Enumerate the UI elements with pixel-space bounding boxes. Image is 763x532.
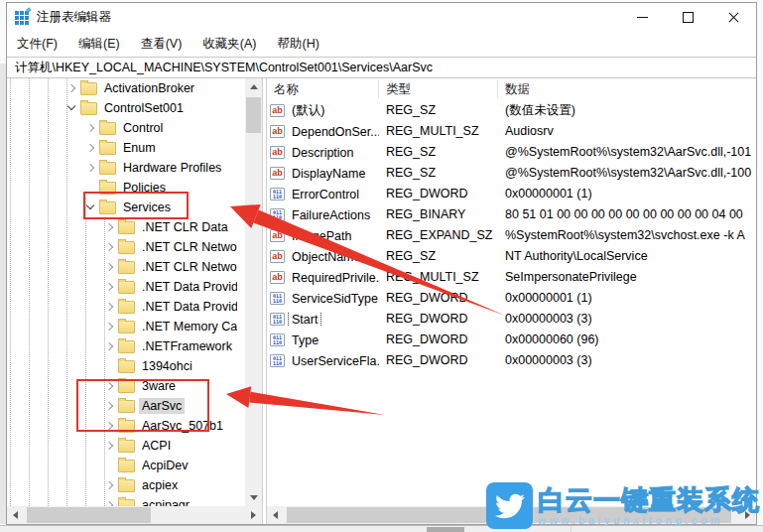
- close-button[interactable]: [710, 3, 756, 31]
- value-name[interactable]: ObjectName: [289, 250, 363, 264]
- tree-item[interactable]: acpiex: [7, 475, 237, 495]
- tree-item-label[interactable]: 3ware: [139, 378, 179, 394]
- value-name[interactable]: Type: [289, 333, 321, 347]
- chevron-right-icon[interactable]: [104, 321, 116, 332]
- tree-item[interactable]: .NET CLR Networki: [7, 237, 237, 257]
- tree-vertical-scrollbar[interactable]: [245, 78, 262, 506]
- value-name[interactable]: RequiredPrivile...: [289, 271, 379, 285]
- chevron-right-icon[interactable]: [104, 380, 116, 392]
- tree-item[interactable]: .NET CLR Networki: [7, 257, 237, 277]
- tree-item-label[interactable]: ACPI: [139, 438, 174, 454]
- scroll-left-icon[interactable]: [267, 506, 284, 523]
- tree-item-label[interactable]: .NET CLR Networki: [139, 239, 237, 255]
- value-row[interactable]: abDependOnSer...REG_MULTI_SZAudiosrv: [267, 121, 756, 142]
- tree-item-label[interactable]: .NET CLR Data: [139, 219, 231, 235]
- tree-item-label[interactable]: acpiex: [139, 477, 181, 493]
- chevron-right-icon[interactable]: [104, 499, 116, 506]
- scroll-up-icon[interactable]: [245, 78, 262, 95]
- value-name[interactable]: (默认): [289, 102, 327, 119]
- column-header-type[interactable]: 类型: [379, 80, 498, 98]
- tree-item-label[interactable]: AarSvc: [139, 398, 185, 414]
- chevron-down-icon[interactable]: [85, 201, 97, 213]
- tree-item-label[interactable]: AarSvc_507b1: [139, 418, 226, 434]
- tree-item[interactable]: ACPI: [7, 436, 237, 456]
- tree-item-label[interactable]: Services: [120, 200, 174, 215]
- value-row[interactable]: 011110StartREG_DWORD0x00000003 (3): [267, 309, 756, 330]
- value-name[interactable]: ImagePath: [289, 229, 354, 243]
- tree-item[interactable]: AarSvc_507b1: [7, 416, 237, 436]
- chevron-down-icon[interactable]: [66, 102, 78, 114]
- column-header-name[interactable]: 名称: [267, 80, 379, 98]
- tree-item[interactable]: .NET Data Provider: [7, 277, 237, 297]
- tree-item-label[interactable]: AcpiDev: [139, 458, 191, 473]
- tree-item[interactable]: ActivationBroker: [7, 78, 237, 98]
- tree-item[interactable]: Hardware Profiles: [7, 158, 237, 178]
- scroll-down-icon[interactable]: [245, 489, 262, 506]
- tree-item-label[interactable]: .NETFramework: [139, 338, 235, 354]
- tree-item-label[interactable]: Enum: [120, 140, 159, 156]
- value-row[interactable]: 011110ErrorControlREG_DWORD0x00000001 (1…: [267, 184, 756, 204]
- tree-item[interactable]: ControlSet001: [7, 98, 237, 118]
- chevron-right-icon[interactable]: [104, 221, 116, 233]
- chevron-right-icon[interactable]: [104, 261, 116, 273]
- menu-edit[interactable]: 编辑(E): [78, 36, 120, 53]
- tree-item-label[interactable]: .NET Data Provider: [139, 279, 237, 295]
- tree-item[interactable]: AcpiDev: [7, 456, 237, 475]
- chevron-right-icon[interactable]: [85, 142, 97, 154]
- chevron-right-icon[interactable]: [104, 281, 116, 293]
- value-row[interactable]: 011110UserServiceFla...REG_DWORD0x000000…: [267, 350, 756, 371]
- scroll-right-icon[interactable]: [245, 506, 262, 523]
- minimize-button[interactable]: [619, 3, 665, 31]
- menu-view[interactable]: 查看(V): [141, 36, 183, 53]
- value-name[interactable]: ErrorControl: [289, 188, 362, 201]
- tree-item-label[interactable]: .NET Data Provider: [139, 299, 237, 315]
- tree-item-label[interactable]: Hardware Profiles: [120, 160, 224, 176]
- value-row[interactable]: abImagePathREG_EXPAND_SZ%SystemRoot%\sys…: [267, 225, 756, 246]
- tree-item-label[interactable]: acpipagr: [139, 497, 192, 506]
- chevron-right-icon[interactable]: [104, 479, 116, 491]
- value-row[interactable]: abRequiredPrivile...REG_MULTI_SZSeImpers…: [267, 267, 756, 288]
- chevron-right-icon[interactable]: [66, 82, 78, 94]
- menu-favorites[interactable]: 收藏夹(A): [202, 36, 256, 53]
- scrollbar-thumb[interactable]: [246, 97, 261, 133]
- tree-item[interactable]: .NET Memory Cach: [7, 317, 237, 336]
- menu-file[interactable]: 文件(F): [17, 36, 58, 53]
- value-name[interactable]: UserServiceFla...: [289, 354, 379, 368]
- tree-horizontal-scrollbar[interactable]: [7, 506, 262, 524]
- value-row[interactable]: abDescriptionREG_SZ@%SystemRoot%\system3…: [267, 142, 756, 163]
- tree-item-label[interactable]: ActivationBroker: [101, 80, 197, 96]
- tree-item-label[interactable]: Policies: [120, 180, 169, 196]
- chevron-right-icon[interactable]: [104, 400, 116, 412]
- tree-item[interactable]: Control: [7, 118, 237, 138]
- tree-item[interactable]: Services: [7, 198, 237, 217]
- value-name[interactable]: DependOnSer...: [289, 125, 379, 139]
- column-header-data[interactable]: 数据: [498, 80, 756, 98]
- tree-item[interactable]: .NETFramework: [7, 336, 237, 356]
- value-row[interactable]: abDisplayNameREG_SZ@%SystemRoot%\system3…: [267, 163, 756, 184]
- tree-item-label[interactable]: 1394ohci: [139, 358, 195, 374]
- value-name[interactable]: DisplayName: [289, 167, 368, 181]
- tree-item[interactable]: Policies: [7, 178, 237, 198]
- tree-item[interactable]: 1394ohci: [7, 356, 237, 376]
- value-name[interactable]: Start: [289, 313, 320, 327]
- scrollbar-thumb[interactable]: [27, 507, 151, 523]
- tree-item[interactable]: acpipagr: [7, 495, 237, 506]
- scroll-left-icon[interactable]: [7, 506, 24, 523]
- value-row[interactable]: ab(默认)REG_SZ(数值未设置): [267, 100, 756, 121]
- tree-item[interactable]: 3ware: [7, 376, 237, 396]
- value-row[interactable]: 011110ServiceSidTypeREG_DWORD0x00000001 …: [267, 288, 756, 309]
- tree-item[interactable]: .NET Data Provider: [7, 297, 237, 317]
- address-bar[interactable]: 计算机\HKEY_LOCAL_MACHINE\SYSTEM\ControlSet…: [7, 57, 756, 78]
- value-name[interactable]: ServiceSidType: [289, 292, 379, 306]
- chevron-right-icon[interactable]: [104, 301, 116, 313]
- tree-item[interactable]: AarSvc: [7, 396, 237, 416]
- tree-item[interactable]: .NET CLR Data: [7, 217, 237, 237]
- chevron-right-icon[interactable]: [85, 162, 97, 174]
- tree-item-label[interactable]: Control: [120, 120, 166, 136]
- chevron-right-icon[interactable]: [104, 440, 116, 452]
- value-name[interactable]: FailureActions: [289, 208, 373, 222]
- tree-item-label[interactable]: .NET CLR Networki: [139, 259, 237, 275]
- chevron-right-icon[interactable]: [104, 420, 116, 432]
- value-row[interactable]: abObjectNameREG_SZNT Authority\LocalServ…: [267, 246, 756, 267]
- chevron-right-icon[interactable]: [104, 241, 116, 253]
